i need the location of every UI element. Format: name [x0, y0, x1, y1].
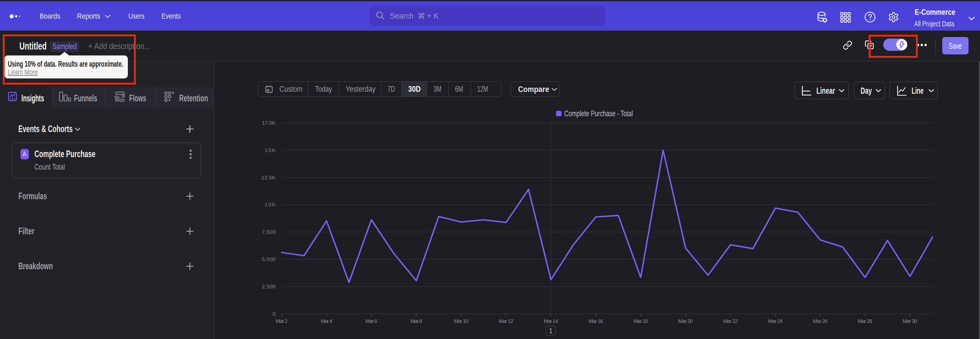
svg-text:10K: 10K: [265, 201, 275, 208]
svg-text:2,500: 2,500: [262, 283, 275, 289]
svg-text:15K: 15K: [265, 147, 275, 153]
svg-text:Mar 20: Mar 20: [678, 318, 693, 324]
svg-text:12.5K: 12.5K: [261, 174, 275, 181]
svg-text:Mar 26: Mar 26: [813, 318, 827, 324]
svg-text:Mar 8: Mar 8: [410, 318, 422, 324]
svg-text:Mar 16: Mar 16: [589, 318, 603, 324]
svg-text:Mar 2: Mar 2: [276, 318, 288, 324]
svg-text:Mar 10: Mar 10: [454, 318, 469, 324]
svg-text:5,000: 5,000: [262, 256, 275, 262]
svg-text:Mar 24: Mar 24: [768, 318, 783, 324]
svg-text:7,500: 7,500: [262, 229, 275, 235]
svg-text:17.5K: 17.5K: [262, 120, 275, 126]
svg-text:Mar 30: Mar 30: [903, 318, 917, 324]
svg-text:Mar 12: Mar 12: [499, 318, 513, 324]
svg-text:Mar 22: Mar 22: [723, 318, 738, 324]
svg-text:Mar 14: Mar 14: [544, 318, 558, 324]
svg-text:Mar 28: Mar 28: [858, 318, 872, 324]
svg-text:Mar 4: Mar 4: [321, 318, 332, 324]
svg-text:Mar 18: Mar 18: [633, 318, 648, 324]
svg-text:Mar 6: Mar 6: [366, 318, 377, 324]
svg-text:0: 0: [272, 311, 275, 317]
